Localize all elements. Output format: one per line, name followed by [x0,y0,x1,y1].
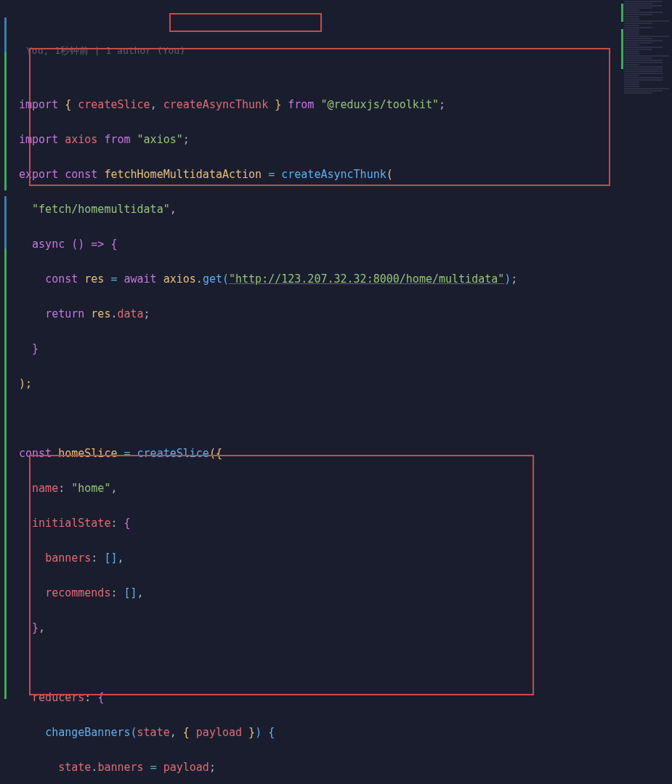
editor-container: You, 1秒钟前 | 1 author (You) import { crea… [0,0,672,784]
code-line[interactable]: banners: [], [19,549,666,567]
code-line[interactable]: export const fetchHomeMultidataAction = … [19,166,666,183]
code-line[interactable]: const homeSlice = createSlice({ [19,445,666,462]
code-line[interactable]: }, [19,619,666,637]
code-line[interactable]: name: "home", [19,480,666,497]
code-line[interactable]: return res.data; [19,305,666,323]
editor-gutter [0,0,13,784]
minimap[interactable] [621,0,672,784]
code-line[interactable]: changeBanners(state, { payload }) { [19,724,666,741]
code-line[interactable]: recommends: [], [19,584,666,602]
code-line[interactable]: state.banners = payload; [19,759,666,776]
code-line[interactable]: import axios from "axios"; [19,131,666,148]
code-line[interactable]: reducers: { [19,689,666,706]
code-line[interactable]: const res = await axios.get("http://123.… [19,270,666,288]
code-line[interactable]: import { createSlice, createAsyncThunk }… [19,96,666,113]
code-line[interactable] [19,410,666,427]
code-line[interactable] [19,654,666,671]
code-line[interactable]: ); [19,375,666,392]
code-line[interactable]: } [19,340,666,357]
code-line[interactable]: "fetch/homemultidata", [19,201,666,218]
code-editor[interactable]: You, 1秒钟前 | 1 author (You) import { crea… [13,0,672,784]
code-line[interactable]: async () => { [19,235,666,253]
highlight-box-1 [169,13,322,32]
code-line[interactable]: initialState: { [19,514,666,532]
codelens-top[interactable]: You, 1秒钟前 | 1 author (You) [19,42,666,60]
